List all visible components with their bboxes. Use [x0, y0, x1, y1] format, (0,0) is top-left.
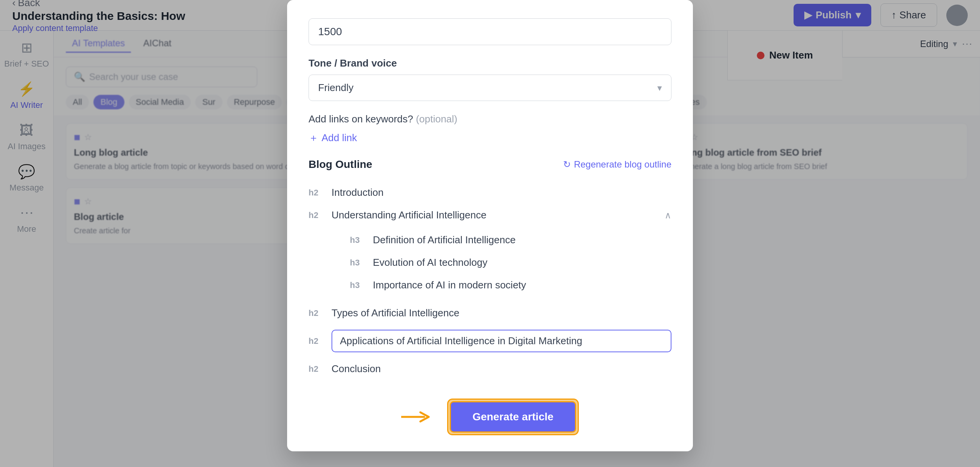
generate-row: Generate article — [309, 399, 671, 435]
outline-text: Conclusion — [332, 363, 381, 375]
outline-text: Types of Artificial Intelligence — [332, 307, 459, 319]
tone-select[interactable]: Friendly ▾ — [309, 75, 671, 101]
generate-label: Generate article — [472, 411, 554, 423]
modal: Tone / Brand voice Friendly ▾ Add links … — [287, 0, 693, 451]
outline-subitem: h3 Definition of Artificial Intelligence — [332, 229, 671, 251]
heading-level: h2 — [309, 210, 324, 220]
outline-text: Importance of AI in modern society — [373, 279, 526, 291]
regenerate-label: Regenerate blog outline — [574, 159, 671, 170]
outline-item-applications[interactable]: h2 — [309, 324, 671, 358]
word-count-input[interactable] — [309, 18, 671, 45]
outline-item-introduction: h2 Introduction — [309, 181, 671, 204]
heading-level: h3 — [350, 258, 365, 268]
heading-level: h2 — [309, 336, 324, 346]
outline-item-editing[interactable] — [332, 330, 671, 352]
outline-list: h2 Introduction h2 Understanding Artific… — [309, 181, 671, 380]
outline-item-understanding-ai[interactable]: h2 Understanding Artificial Intelligence… — [309, 204, 671, 302]
outline-subitem: h3 Importance of AI in modern society — [332, 274, 671, 296]
regenerate-button[interactable]: ↻ Regenerate blog outline — [563, 159, 671, 170]
refresh-icon: ↻ — [563, 159, 571, 170]
outline-item-types-ai: h2 Types of Artificial Intelligence — [309, 302, 671, 324]
generate-button-wrapper: Generate article — [447, 399, 579, 435]
links-label: Add links on keywords? (optional) — [309, 113, 671, 125]
tone-value: Friendly — [318, 82, 353, 94]
outline-title: Blog Outline — [309, 158, 372, 171]
generate-article-button[interactable]: Generate article — [450, 401, 576, 433]
optional-label: (optional) — [416, 113, 457, 125]
add-link-label: Add link — [322, 132, 357, 144]
heading-level: h2 — [309, 308, 324, 318]
tone-label: Tone / Brand voice — [309, 57, 671, 69]
modal-overlay: Tone / Brand voice Friendly ▾ Add links … — [0, 0, 980, 467]
outline-header: Blog Outline ↻ Regenerate blog outline — [309, 158, 671, 171]
heading-level: h3 — [350, 280, 365, 290]
outline-subitem: h3 Evolution of AI technology — [332, 251, 671, 274]
outline-text: Evolution of AI technology — [373, 257, 487, 268]
outline-item-conclusion: h2 Conclusion — [309, 358, 671, 380]
outline-text: Definition of Artificial Intelligence — [373, 234, 516, 246]
outline-edit-input[interactable] — [340, 335, 663, 347]
arrow-icon — [401, 409, 432, 425]
plus-icon: ＋ — [309, 131, 318, 145]
collapse-icon[interactable]: ∧ — [665, 210, 671, 221]
chevron-down-icon: ▾ — [657, 83, 662, 93]
heading-level: h2 — [309, 188, 324, 198]
add-link-button[interactable]: ＋ Add link — [309, 131, 357, 145]
outline-text: Understanding Artificial Intelligence — [332, 209, 487, 221]
outline-text: Introduction — [332, 187, 384, 199]
heading-level: h2 — [309, 364, 324, 374]
heading-level: h3 — [350, 235, 365, 245]
